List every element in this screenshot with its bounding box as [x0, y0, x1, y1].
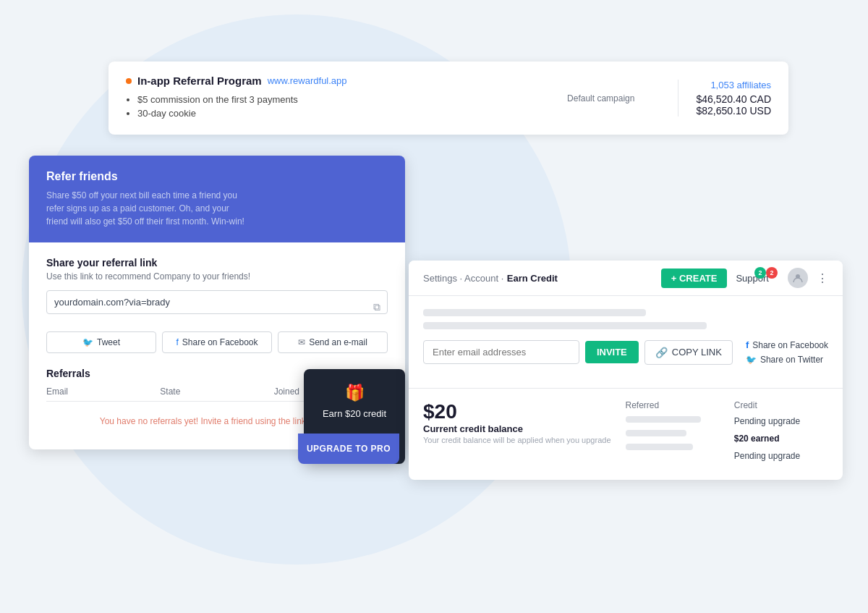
- email-share-button[interactable]: ✉ Send an e-mail: [278, 331, 388, 353]
- referral-program-card: In-app Referral Program www.rewardful.ap…: [109, 62, 788, 135]
- affiliates-link[interactable]: 1,053 affiliates: [696, 80, 771, 90]
- program-left-section: In-app Referral Program www.rewardful.ap…: [126, 75, 567, 122]
- sidebar-dark-card: 🎁 Earn $20 credit UPGRADE TO PRO: [304, 369, 405, 464]
- support-badge-red: 2: [766, 267, 778, 279]
- twitter-share-link[interactable]: 🐦 Share on Twitter: [746, 355, 828, 365]
- breadcrumb: Settings · Account · Earn Credit: [423, 271, 558, 284]
- refer-friends-title: Refer friends: [46, 170, 388, 183]
- program-title-row: In-app Referral Program www.rewardful.ap…: [126, 75, 567, 87]
- refer-friends-header: Refer friends Share $50 off your next bi…: [29, 156, 405, 242]
- referred-col-header: Referred: [626, 400, 720, 410]
- earn-credit-text: Earn $20 credit: [323, 408, 386, 419]
- topbar-menu-icon[interactable]: ⋮: [817, 271, 828, 285]
- breadcrumb-prefix: Settings · Account ·: [423, 273, 503, 284]
- credit-earned: $20 earned: [734, 434, 828, 444]
- referred-col: Referred: [626, 400, 720, 468]
- upgrade-to-pro-button[interactable]: UPGRADE TO PRO: [298, 434, 399, 464]
- referral-link-input[interactable]: [46, 290, 388, 314]
- credit-col-header: Credit: [734, 400, 828, 410]
- status-dot: [126, 78, 132, 84]
- social-share-column: f Share on Facebook 🐦 Share on Twitter: [746, 339, 828, 365]
- earn-credit-topbar: Settings · Account · Earn Credit + CREAT…: [409, 261, 843, 296]
- facebook-icon: f: [176, 337, 178, 347]
- earn-credit-card: Settings · Account · Earn Credit + CREAT…: [409, 261, 843, 480]
- support-wrapper: Support 2 2: [736, 271, 779, 284]
- stats-columns: Referred Credit Pending upgrade $20 earn…: [626, 400, 829, 468]
- col-state-header: State: [160, 386, 273, 397]
- refer-friends-desc: Share $50 off your next bill each time a…: [46, 189, 249, 228]
- skeleton-line-1: [423, 309, 646, 316]
- twitter-icon: 🐦: [82, 337, 93, 347]
- tweet-button[interactable]: 🐦 Tweet: [46, 331, 156, 353]
- referred-skeleton-1: [626, 416, 701, 423]
- referral-link-wrapper: ⧉: [46, 290, 388, 323]
- support-badge-green: 2: [754, 267, 766, 279]
- bullet-cookie: 30-day cookie: [137, 108, 567, 119]
- credit-status-1: Pending upgrade: [734, 416, 828, 426]
- share-link-sub: Use this link to recommend Company to yo…: [46, 271, 388, 282]
- skeleton-line-2: [423, 322, 707, 329]
- copy-link-button[interactable]: 🔗 COPY LINK: [644, 340, 733, 365]
- credit-status-2: Pending upgrade: [734, 451, 828, 461]
- avatar[interactable]: [788, 268, 808, 288]
- current-balance-sub: Your credit balance will be applied when…: [423, 436, 611, 444]
- credit-col: Credit Pending upgrade $20 earned Pendin…: [734, 400, 828, 468]
- earn-credit-stats: $20 Current credit balance Your credit b…: [409, 388, 843, 480]
- credit-left-col: $20 Current credit balance Your credit b…: [423, 400, 611, 444]
- create-button[interactable]: + CREATE: [661, 269, 728, 288]
- copy-icon: ⧉: [373, 300, 380, 313]
- bullet-commission: $5 commission on the first 3 payments: [137, 94, 567, 105]
- program-name: In-app Referral Program: [137, 75, 262, 87]
- referred-skeleton-3: [626, 444, 694, 450]
- revenue-cad: $46,520.40 CAD: [696, 93, 771, 105]
- credit-amount: $20: [423, 400, 611, 423]
- current-balance-label: Current credit balance: [423, 423, 611, 434]
- revenue-usd: $82,650.10 USD: [696, 105, 771, 117]
- email-icon: ✉: [298, 337, 305, 347]
- share-buttons: 🐦 Tweet f Share on Facebook ✉ Send an e-…: [46, 331, 388, 353]
- stats-top-row: $20 Current credit balance Your credit b…: [423, 400, 828, 468]
- facebook-icon-small: f: [746, 339, 749, 350]
- default-campaign-badge: Default campaign: [567, 93, 634, 103]
- share-link-title: Share your referral link: [46, 257, 388, 269]
- twitter-icon-small: 🐦: [746, 355, 757, 365]
- email-invite-input[interactable]: [423, 340, 579, 364]
- col-email-header: Email: [46, 386, 160, 397]
- topbar-right: + CREATE Support 2 2 ⋮: [661, 268, 828, 288]
- earn-credit-body: INVITE 🔗 COPY LINK f Share on Facebook 🐦…: [409, 296, 843, 388]
- email-invite-row: INVITE 🔗 COPY LINK f Share on Facebook 🐦…: [423, 339, 828, 365]
- program-link[interactable]: www.rewardful.app: [268, 75, 347, 86]
- program-stats: 1,053 affiliates $46,520.40 CAD $82,650.…: [678, 80, 771, 117]
- facebook-share-button[interactable]: f Share on Facebook: [162, 331, 272, 353]
- referred-skeleton-2: [626, 430, 687, 436]
- link-icon: 🔗: [655, 347, 668, 358]
- gift-icon: 🎁: [345, 384, 365, 402]
- breadcrumb-current: Earn Credit: [507, 273, 558, 284]
- invite-button[interactable]: INVITE: [585, 341, 639, 363]
- facebook-share-link[interactable]: f Share on Facebook: [746, 339, 828, 350]
